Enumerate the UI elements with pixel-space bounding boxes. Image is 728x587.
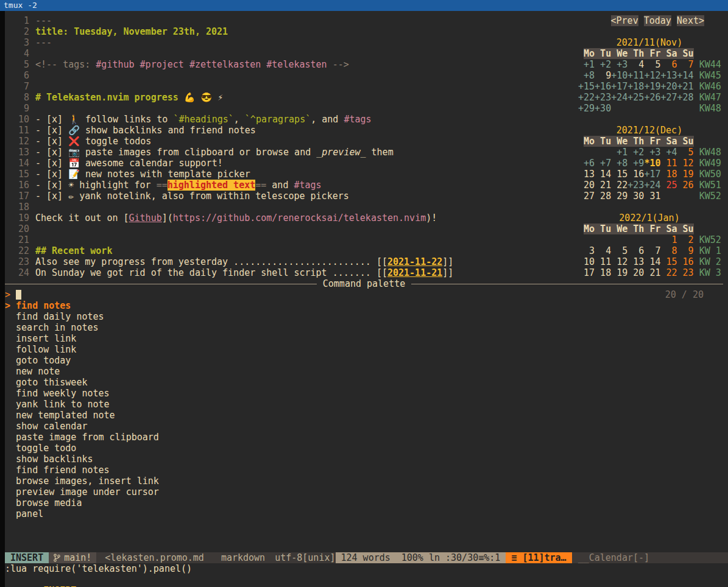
calendar-day[interactable]: 11 [595,256,611,267]
calendar-day[interactable]: 12 [677,158,694,169]
palette-item[interactable]: find weekly notes [5,388,728,399]
calendar-day[interactable]: +12 [644,70,660,81]
palette-item[interactable]: new templated note [5,410,728,421]
calendar-day[interactable]: 7 [677,59,694,70]
calendar-day[interactable]: 20 [627,267,644,278]
calendar-day[interactable]: +30 [595,103,611,114]
calendar-day[interactable]: 3 [578,245,595,256]
palette-item[interactable]: show backlinks [5,454,728,465]
calendar-day[interactable]: +13 [660,70,677,81]
calendar-day[interactable]: 16 [627,169,644,180]
palette-item[interactable]: find daily notes [5,311,728,322]
calendar-day[interactable]: +16 [595,81,611,92]
palette-item[interactable]: preview image under cursor [5,487,728,497]
calendar-day[interactable]: +8 [578,70,595,81]
calendar-day[interactable]: +14 [677,70,694,81]
calendar-day[interactable]: +9 [627,158,644,169]
calendar-day[interactable]: +1 [611,147,627,158]
calendar-day[interactable]: 9 [595,70,611,81]
calendar-day[interactable]: 21 [644,267,660,278]
calendar-day[interactable]: 12 [611,256,627,267]
palette-item[interactable]: > find notes [5,300,728,311]
palette-item[interactable]: toggle todo [5,443,728,454]
calendar-day[interactable]: 18 [595,267,611,278]
palette-item[interactable]: goto today [5,355,728,366]
calendar-day[interactable]: 18 [660,169,677,180]
calendar-day[interactable]: 30 [627,191,644,202]
calendar-day[interactable]: +3 [611,59,627,70]
palette-prompt-input[interactable]: > 20 / 20 [5,289,728,300]
calendar-day[interactable]: 29 [611,191,627,202]
calendar-day[interactable]: 6 [627,245,644,256]
calendar-day[interactable]: +15 [578,81,595,92]
calendar-day[interactable]: 20 [578,180,595,191]
calendar-day[interactable]: 19 [677,169,694,180]
calendar-day[interactable]: 14 [595,169,611,180]
palette-item[interactable]: follow link [5,344,728,355]
calendar-day[interactable]: +25 [627,92,644,103]
calendar-day[interactable]: +24 [644,180,660,191]
calendar-day[interactable]: +3 [644,147,660,158]
calendar-day[interactable]: 5 [644,59,660,70]
calendar-day[interactable]: 5 [611,245,627,256]
palette-item[interactable]: yank link to note [5,399,728,410]
calendar-day[interactable]: +17 [644,169,660,180]
calendar-day[interactable]: 19 [611,267,627,278]
calendar-day[interactable]: 15 [660,256,677,267]
calendar-day[interactable]: 25 [660,180,677,191]
calendar-day[interactable]: *10 [644,158,660,169]
calendar-day[interactable]: +28 [677,92,694,103]
calendar-day[interactable]: +7 [595,158,611,169]
calendar-day[interactable]: +6 [578,158,595,169]
calendar-day[interactable]: 9 [677,245,694,256]
calendar-day[interactable]: +23 [627,180,644,191]
calendar-day[interactable]: 22 [611,180,627,191]
calendar-day[interactable]: 21 [595,180,611,191]
calendar-day[interactable]: +2 [595,59,611,70]
calendar-day[interactable]: 6 [660,59,677,70]
calendar-day[interactable]: 15 [611,169,627,180]
calendar-day[interactable]: 17 [578,267,595,278]
calendar-day[interactable]: 23 [677,267,694,278]
calendar-nav-button[interactable]: Next> [677,15,704,26]
calendar-day[interactable]: +27 [660,92,677,103]
calendar-day[interactable]: 22 [660,267,677,278]
calendar-day[interactable]: +17 [611,81,627,92]
calendar-day[interactable]: +10 [611,70,627,81]
calendar-nav-button[interactable]: <Prev [611,15,638,26]
calendar-day[interactable]: 4 [627,59,644,70]
palette-item[interactable]: paste image from clipboard [5,432,728,443]
calendar-day[interactable]: +24 [611,92,627,103]
calendar-day[interactable]: 13 [578,169,595,180]
palette-item[interactable]: find friend notes [5,465,728,476]
calendar-day[interactable]: 31 [644,191,660,202]
palette-item[interactable]: new note [5,366,728,377]
palette-item[interactable]: show calendar [5,421,728,432]
calendar-day[interactable]: 4 [595,245,611,256]
calendar-day[interactable]: +18 [627,81,644,92]
calendar-nav-button[interactable]: Today [644,15,671,26]
calendar-day[interactable]: 26 [677,180,694,191]
calendar-day[interactable]: 11 [660,158,677,169]
palette-item[interactable]: search in notes [5,322,728,333]
calendar-day[interactable]: +20 [660,81,677,92]
calendar-day[interactable]: +2 [627,147,644,158]
calendar-day[interactable]: +11 [627,70,644,81]
calendar-day[interactable]: +21 [677,81,694,92]
palette-item[interactable]: insert link [5,333,728,344]
calendar-day[interactable]: 7 [644,245,660,256]
calendar-day[interactable]: +29 [578,103,595,114]
palette-item[interactable]: goto thisweek [5,377,728,388]
calendar-day[interactable]: 8 [660,245,677,256]
palette-item[interactable]: browse images, insert link [5,476,728,487]
calendar-day[interactable]: +22 [578,92,595,103]
calendar-day[interactable]: 13 [627,256,644,267]
palette-item[interactable]: browse media [5,497,728,508]
calendar-day[interactable]: +23 [595,92,611,103]
calendar-day[interactable]: 10 [578,256,595,267]
calendar-day[interactable]: 1 [660,234,677,245]
palette-item[interactable]: panel [5,508,728,519]
calendar-day[interactable]: 16 [677,256,694,267]
calendar-day[interactable]: +4 [660,147,677,158]
calendar-day[interactable]: +26 [644,92,660,103]
